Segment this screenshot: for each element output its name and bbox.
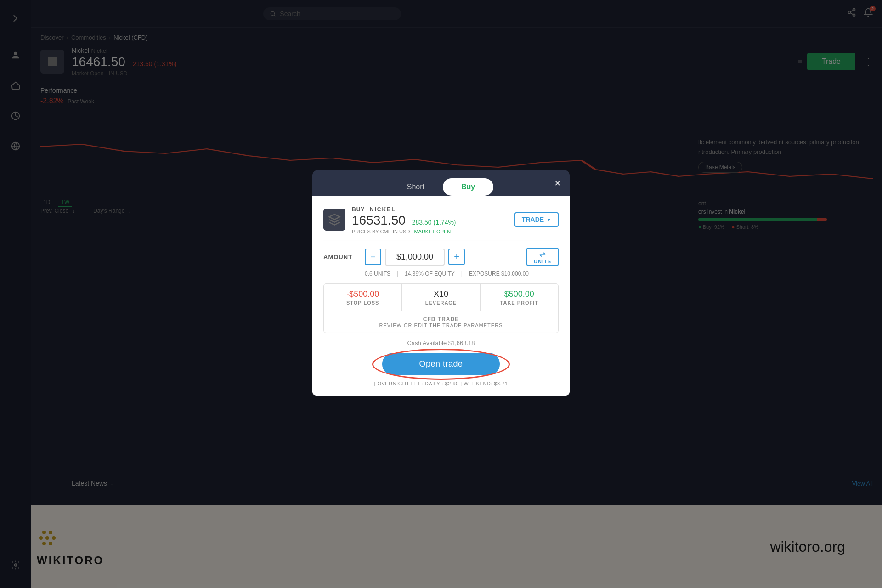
units-value: 0.6 UNITS <box>365 271 390 277</box>
params-row: -$500.00 STOP LOSS X10 LEVERAGE $500.00 … <box>324 284 558 311</box>
equity-row: 0.6 UNITS | 14.39% OF EQUITY | EXPOSURE … <box>323 271 559 277</box>
overnight-fee: | OVERNIGHT FEE: DAILY : $2.90 | WEEKEND… <box>323 381 559 386</box>
amount-controls: − $1,000.00 + <box>365 248 522 265</box>
modal-tabs: Short Buy × <box>312 170 570 196</box>
modal-close-button[interactable]: × <box>554 178 560 188</box>
trade-header: BUY NICKEL 16531.50 283.50 (1.74%) PRICE… <box>323 205 559 234</box>
trade-type-button[interactable]: TRADE ▼ <box>514 212 559 227</box>
stop-loss-label: STOP LOSS <box>331 300 394 305</box>
leverage-label: LEVERAGE <box>409 300 472 305</box>
open-trade-button[interactable]: Open trade <box>382 353 499 375</box>
take-profit-param[interactable]: $500.00 TAKE PROFIT <box>481 284 558 311</box>
tab-buy[interactable]: Buy <box>443 178 493 196</box>
trade-params: -$500.00 STOP LOSS X10 LEVERAGE $500.00 … <box>323 283 559 333</box>
trade-logo <box>323 209 345 231</box>
stop-loss-param[interactable]: -$500.00 STOP LOSS <box>324 284 402 311</box>
amount-label: AMOUNT <box>323 253 360 260</box>
take-profit-value: $500.00 <box>488 289 551 299</box>
trade-price: 16531.50 <box>352 213 406 228</box>
units-toggle-button[interactable]: ⇌ UNITS <box>526 248 559 266</box>
modal-body: BUY NICKEL 16531.50 283.50 (1.74%) PRICE… <box>312 196 570 396</box>
exposure-value: EXPOSURE $10,000.00 <box>469 271 529 277</box>
chevron-down-icon: ▼ <box>547 217 551 222</box>
leverage-param[interactable]: X10 LEVERAGE <box>402 284 480 311</box>
amount-decrease-button[interactable]: − <box>365 249 381 265</box>
trade-change: 283.50 (1.74%) <box>412 219 456 226</box>
amount-row: AMOUNT − $1,000.00 + ⇌ UNITS <box>323 248 559 266</box>
trade-info: BUY NICKEL 16531.50 283.50 (1.74%) PRICE… <box>352 205 508 234</box>
open-trade-wrap: Open trade <box>323 353 559 375</box>
units-label: UNITS <box>534 258 551 264</box>
cfd-info[interactable]: CFD TRADE REVIEW OR EDIT THE TRADE PARAM… <box>324 311 558 333</box>
tab-short[interactable]: Short <box>389 178 443 196</box>
cfd-title: CFD TRADE <box>331 316 551 322</box>
leverage-value: X10 <box>409 289 472 299</box>
trade-action-label: BUY NICKEL <box>352 205 508 213</box>
trade-modal: Short Buy × BUY NICKEL 16531.50 283.50 (… <box>312 170 570 396</box>
divider-1 <box>323 241 559 241</box>
cash-available: Cash Available $1,668.18 <box>323 339 559 346</box>
amount-value[interactable]: $1,000.00 <box>385 248 445 265</box>
trade-source: PRICES BY CME IN USD MARKET OPEN <box>352 229 508 234</box>
take-profit-label: TAKE PROFIT <box>488 300 551 305</box>
switch-icon: ⇌ <box>539 249 546 258</box>
equity-pct: 14.39% OF EQUITY <box>405 271 455 277</box>
amount-increase-button[interactable]: + <box>448 249 465 265</box>
stop-loss-value: -$500.00 <box>331 289 394 299</box>
cfd-subtitle: REVIEW OR EDIT THE TRADE PARAMETERS <box>331 322 551 328</box>
